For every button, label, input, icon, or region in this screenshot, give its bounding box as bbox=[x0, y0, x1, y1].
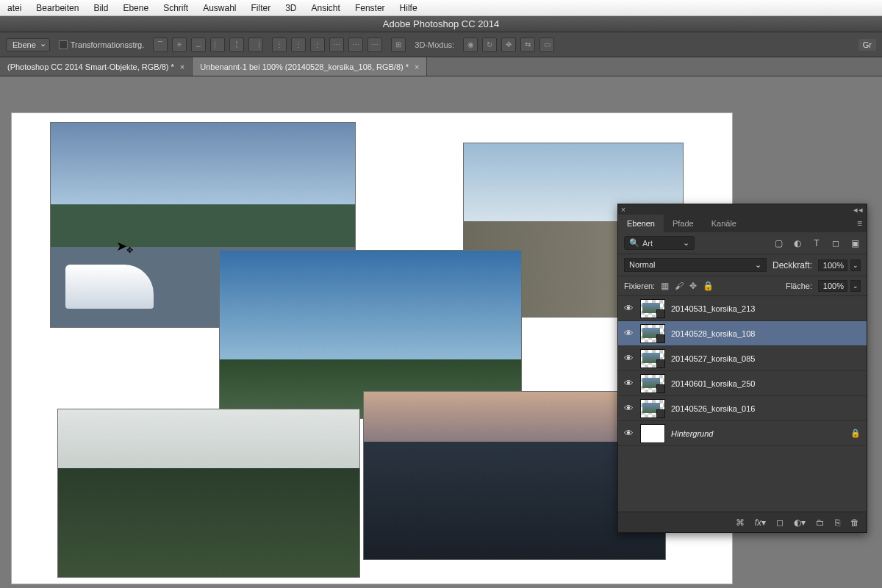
dist-5-icon[interactable]: ⋯ bbox=[348, 37, 363, 52]
fill-dropdown-icon[interactable]: ⌄ bbox=[850, 280, 861, 292]
filter-shape-icon[interactable]: ◻ bbox=[830, 237, 842, 249]
os-menu-filter[interactable]: Filter bbox=[251, 3, 271, 13]
align-right-icon[interactable]: ⎹ bbox=[248, 37, 263, 52]
fill-field[interactable]: 100% bbox=[818, 280, 847, 292]
visibility-icon[interactable]: 👁 bbox=[624, 353, 634, 364]
layer-row[interactable]: 👁20140528_korsika_108 bbox=[618, 321, 867, 346]
opacity-label: Deckkraft: bbox=[772, 260, 812, 270]
panel-menu-icon[interactable]: ≡ bbox=[853, 215, 867, 232]
slide-icon[interactable]: ⇆ bbox=[520, 37, 535, 52]
os-menu-auswahl[interactable]: Auswahl bbox=[203, 3, 236, 13]
os-menu-ansicht[interactable]: Ansicht bbox=[312, 3, 340, 13]
os-menu-schrift[interactable]: Schrift bbox=[163, 3, 188, 13]
work-area: ➤✥ × ◂◂ EbenenPfadeKanäle≡ 🔍 Art ⌄ ▢ ◐ T… bbox=[0, 76, 882, 588]
adjustment-layer-icon[interactable]: ◐▾ bbox=[794, 517, 806, 528]
layer-mask-icon[interactable]: ◻ bbox=[776, 517, 784, 528]
layers-list: 👁20140531_korsika_213👁20140528_korsika_1… bbox=[618, 296, 867, 512]
align-top-icon[interactable]: ⎺ bbox=[153, 37, 168, 52]
document-tab[interactable]: (Photoshop CC 2014 Smart-Objekte, RGB/8)… bbox=[0, 57, 193, 76]
layer-row[interactable]: 👁20140601_korsika_250 bbox=[618, 371, 867, 396]
visibility-icon[interactable]: 👁 bbox=[624, 328, 634, 339]
visibility-icon[interactable]: 👁 bbox=[624, 303, 634, 314]
os-menu-atei[interactable]: atei bbox=[7, 3, 21, 13]
layer-fx-icon[interactable]: fx▾ bbox=[755, 517, 766, 528]
panel-footer: ⌘ fx▾ ◻ ◐▾ 🗀 ⎘ 🗑 bbox=[618, 512, 867, 532]
layer-group-icon[interactable]: 🗀 bbox=[816, 517, 825, 528]
opacity-dropdown-icon[interactable]: ⌄ bbox=[850, 259, 861, 271]
blend-mode-select[interactable]: Normal⌄ bbox=[624, 258, 767, 272]
transform-controls-checkbox[interactable]: Transformationsstrg. bbox=[59, 40, 144, 49]
placed-image-4[interactable] bbox=[57, 409, 360, 578]
filter-type-icon[interactable]: T bbox=[811, 237, 822, 249]
layer-filter-select[interactable]: 🔍 Art ⌄ bbox=[624, 236, 695, 250]
document-tab[interactable]: Unbenannt-1 bei 100% (20140528_korsika_1… bbox=[193, 57, 427, 76]
lock-transparency-icon[interactable]: ▦ bbox=[661, 281, 669, 291]
orbit-icon[interactable]: ◉ bbox=[463, 37, 478, 52]
os-menu-fenster[interactable]: Fenster bbox=[355, 3, 385, 13]
filter-pixel-icon[interactable]: ▢ bbox=[772, 237, 784, 249]
workspace-button[interactable]: Gr bbox=[858, 39, 876, 51]
layer-row[interactable]: 👁20140527_korsika_085 bbox=[618, 346, 867, 371]
layer-name[interactable]: 20140528_korsika_108 bbox=[671, 329, 861, 338]
lock-position-icon[interactable]: ✥ bbox=[689, 281, 697, 291]
layer-name[interactable]: Hintergrund bbox=[671, 429, 845, 438]
os-menu-hilfe[interactable]: Hilfe bbox=[400, 3, 417, 13]
os-menu-ebene[interactable]: Ebene bbox=[123, 3, 148, 13]
mode-3d-label: 3D-Modus: bbox=[415, 40, 454, 49]
align-icons-group: ⎺ ≡ ⎽ ⎸ ╎ ⎹ bbox=[153, 37, 263, 52]
mode-3d-icons: ◉ ↻ ✥ ⇆ ▭ bbox=[463, 37, 554, 52]
layer-name[interactable]: 20140531_korsika_213 bbox=[671, 304, 861, 313]
dist-3-icon[interactable]: ⋮ bbox=[310, 37, 325, 52]
link-layers-icon[interactable]: ⌘ bbox=[736, 517, 745, 528]
pan-icon[interactable]: ✥ bbox=[501, 37, 516, 52]
layer-name[interactable]: 20140527_korsika_085 bbox=[671, 354, 861, 363]
lock-all-icon[interactable]: 🔒 bbox=[703, 281, 714, 291]
target-layer-select[interactable]: Ebene bbox=[6, 38, 50, 51]
panel-collapse-icon[interactable]: ◂◂ bbox=[853, 205, 864, 215]
panel-tab-pfade[interactable]: Pfade bbox=[664, 215, 703, 232]
os-menu-3d[interactable]: 3D bbox=[285, 3, 296, 13]
visibility-icon[interactable]: 👁 bbox=[624, 403, 634, 414]
layer-name[interactable]: 20140601_korsika_250 bbox=[671, 379, 861, 388]
dist-6-icon[interactable]: ⋯ bbox=[368, 37, 382, 52]
align-bottom-icon[interactable]: ⎽ bbox=[191, 37, 206, 52]
visibility-icon[interactable]: 👁 bbox=[624, 378, 634, 389]
auto-align-icon[interactable]: ⊞ bbox=[391, 37, 406, 52]
panel-close-icon[interactable]: × bbox=[621, 206, 625, 214]
align-hcenter-icon[interactable]: ╎ bbox=[229, 37, 244, 52]
os-menu-bearbeiten[interactable]: Bearbeiten bbox=[36, 3, 79, 13]
dist-4-icon[interactable]: ⋯ bbox=[329, 37, 344, 52]
panel-tab-ebenen[interactable]: Ebenen bbox=[618, 215, 664, 232]
fill-label: Fläche: bbox=[786, 282, 812, 290]
distribute-icons-group: ⋮ ⋮ ⋮ ⋯ ⋯ ⋯ bbox=[272, 37, 382, 52]
layer-row[interactable]: 👁20140531_korsika_213 bbox=[618, 296, 867, 321]
layer-row[interactable]: 👁Hintergrund🔒 bbox=[618, 421, 867, 446]
options-bar: Ebene Transformationsstrg. ⎺ ≡ ⎽ ⎸ ╎ ⎹ ⋮… bbox=[0, 32, 882, 57]
align-vcenter-icon[interactable]: ≡ bbox=[172, 37, 187, 52]
layer-name[interactable]: 20140526_korsika_016 bbox=[671, 404, 861, 413]
dist-2-icon[interactable]: ⋮ bbox=[291, 37, 306, 52]
new-layer-icon[interactable]: ⎘ bbox=[835, 517, 840, 528]
dist-1-icon[interactable]: ⋮ bbox=[272, 37, 287, 52]
panel-tabs: EbenenPfadeKanäle≡ bbox=[618, 215, 867, 232]
visibility-icon[interactable]: 👁 bbox=[624, 428, 634, 439]
tab-close-icon[interactable]: × bbox=[180, 62, 184, 71]
document-tabs: (Photoshop CC 2014 Smart-Objekte, RGB/8)… bbox=[0, 57, 882, 76]
align-left-icon[interactable]: ⎸ bbox=[210, 37, 225, 52]
layer-row[interactable]: 👁20140526_korsika_016 bbox=[618, 396, 867, 421]
layers-panel: × ◂◂ EbenenPfadeKanäle≡ 🔍 Art ⌄ ▢ ◐ T ◻ … bbox=[617, 204, 867, 533]
roll-icon[interactable]: ↻ bbox=[482, 37, 497, 52]
panel-tab-kanäle[interactable]: Kanäle bbox=[703, 215, 745, 232]
os-menu-bild[interactable]: Bild bbox=[93, 3, 108, 13]
filter-adjust-icon[interactable]: ◐ bbox=[792, 237, 803, 249]
os-menubar: ateiBearbeitenBildEbeneSchriftAuswahlFil… bbox=[0, 0, 882, 16]
opacity-field[interactable]: 100% bbox=[818, 259, 847, 271]
app-titlebar: Adobe Photoshop CC 2014 bbox=[0, 16, 882, 32]
lock-icon: 🔒 bbox=[850, 429, 861, 438]
lock-pixels-icon[interactable]: 🖌 bbox=[675, 281, 684, 291]
tab-close-icon[interactable]: × bbox=[415, 62, 419, 71]
lock-label: Fixieren: bbox=[624, 282, 655, 290]
delete-layer-icon[interactable]: 🗑 bbox=[850, 517, 859, 528]
zoom-3d-icon[interactable]: ▭ bbox=[539, 37, 554, 52]
filter-smart-icon[interactable]: ▣ bbox=[849, 237, 861, 249]
